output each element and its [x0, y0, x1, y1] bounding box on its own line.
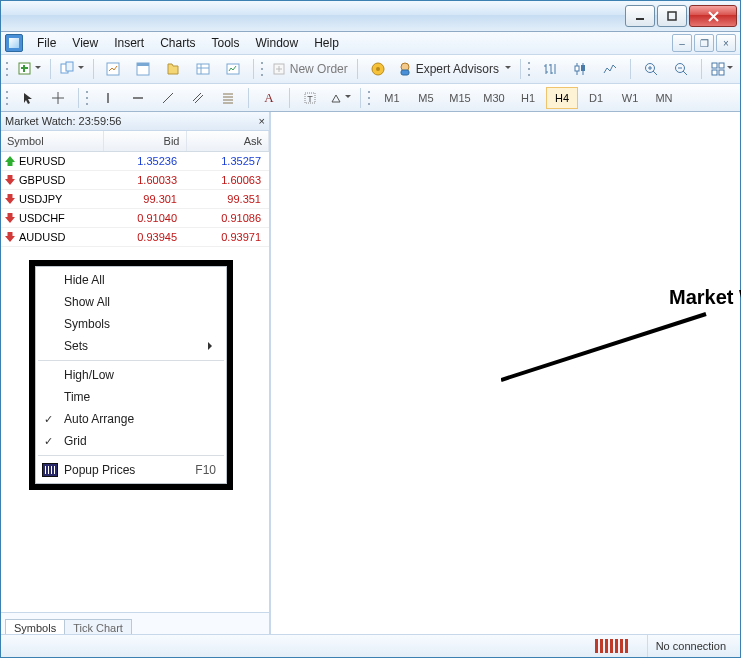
timeframe-m15[interactable]: M15 — [444, 87, 476, 109]
toolbar-drawing: A T M1 M5 M15 M30 H1 H4 D1 W1 MN — [1, 84, 740, 113]
shortcut-label: F10 — [195, 463, 216, 477]
market-watch-titlebar[interactable]: Market Watch: 23:59:56 × — [1, 112, 269, 131]
expert-advisors-button[interactable]: Expert Advisors — [394, 57, 514, 81]
ctx-popup-prices[interactable]: Popup PricesF10 — [36, 459, 226, 481]
timeframe-w1[interactable]: W1 — [614, 87, 646, 109]
toolbar-grip-icon — [5, 88, 10, 108]
svg-rect-16 — [581, 65, 585, 71]
terminal-button[interactable] — [189, 57, 217, 81]
market-watch-row[interactable]: AUDUSD0.939450.93971 — [1, 228, 269, 247]
cursor-button[interactable] — [14, 86, 42, 110]
ctx-show-all[interactable]: Show All — [36, 291, 226, 313]
profiles-button[interactable] — [57, 57, 87, 81]
channel-button[interactable] — [184, 86, 212, 110]
timeframe-d1[interactable]: D1 — [580, 87, 612, 109]
popup-prices-icon — [42, 463, 58, 477]
bid-price: 0.93945 — [101, 231, 185, 243]
svg-rect-15 — [575, 66, 579, 71]
market-watch-row[interactable]: USDCHF0.910400.91086 — [1, 209, 269, 228]
zoom-in-button[interactable] — [637, 57, 665, 81]
symbol-name: GBPUSD — [19, 174, 65, 186]
svg-line-25 — [501, 314, 706, 380]
ask-price: 0.91086 — [185, 212, 269, 224]
window-close-button[interactable] — [689, 5, 737, 27]
svg-rect-9 — [227, 64, 239, 74]
mdi-controls: – ❐ × — [670, 34, 740, 52]
menu-view[interactable]: View — [64, 33, 106, 53]
chart-area[interactable]: Market Watch Options — [271, 112, 740, 635]
timeframe-h1[interactable]: H1 — [512, 87, 544, 109]
svg-rect-14 — [401, 70, 409, 75]
arrow-down-icon — [5, 232, 15, 242]
timeframe-m5[interactable]: M5 — [410, 87, 442, 109]
window-maximize-button[interactable] — [657, 5, 687, 27]
menu-file[interactable]: File — [29, 33, 64, 53]
menu-window[interactable]: Window — [248, 33, 307, 53]
bar-chart-button[interactable] — [536, 57, 564, 81]
arrow-down-icon — [5, 213, 15, 223]
toolbar-grip-icon — [85, 88, 90, 108]
toolbar-main: New Order Expert Advisors — [1, 55, 740, 84]
ctx-auto-arrange[interactable]: ✓Auto Arrange — [36, 408, 226, 430]
navigator-button[interactable] — [159, 57, 187, 81]
shapes-button[interactable] — [326, 86, 354, 110]
check-icon: ✓ — [44, 435, 53, 448]
menu-insert[interactable]: Insert — [106, 33, 152, 53]
connection-bars-icon — [595, 639, 629, 653]
ctx-time[interactable]: Time — [36, 386, 226, 408]
menu-tools[interactable]: Tools — [204, 33, 248, 53]
bid-price: 1.35236 — [101, 155, 185, 167]
mdi-minimize-button[interactable]: – — [672, 34, 692, 52]
ctx-grid[interactable]: ✓Grid — [36, 430, 226, 452]
svg-rect-7 — [137, 63, 149, 66]
tile-windows-button[interactable] — [708, 57, 736, 81]
timeframe-m1[interactable]: M1 — [376, 87, 408, 109]
symbol-name: USDCHF — [19, 212, 65, 224]
window-minimize-button[interactable] — [625, 5, 655, 27]
ctx-sets[interactable]: Sets — [36, 335, 226, 357]
market-watch-tabs: Symbols Tick Chart — [1, 612, 269, 635]
new-order-button[interactable]: New Order — [269, 57, 350, 81]
timeframe-mn[interactable]: MN — [648, 87, 680, 109]
timeframe-h4[interactable]: H4 — [546, 87, 578, 109]
ctx-separator — [38, 455, 224, 456]
window-titlebar — [1, 1, 740, 32]
text-label-button[interactable]: A — [255, 86, 283, 110]
menu-help[interactable]: Help — [306, 33, 347, 53]
market-watch-close-icon[interactable]: × — [259, 115, 265, 127]
col-ask[interactable]: Ask — [187, 131, 270, 151]
mdi-restore-button[interactable]: ❐ — [694, 34, 714, 52]
autotrading-button[interactable] — [364, 57, 392, 81]
svg-rect-8 — [197, 64, 209, 74]
strategy-tester-button[interactable] — [219, 57, 247, 81]
ctx-high-low[interactable]: High/Low — [36, 364, 226, 386]
market-watch-row[interactable]: GBPUSD1.600331.60063 — [1, 171, 269, 190]
text-tool-button[interactable]: T — [296, 86, 324, 110]
menu-charts[interactable]: Charts — [152, 33, 203, 53]
horizontal-line-button[interactable] — [124, 86, 152, 110]
line-chart-button[interactable] — [596, 57, 624, 81]
candlestick-chart-button[interactable] — [566, 57, 594, 81]
vertical-line-button[interactable] — [94, 86, 122, 110]
svg-rect-4 — [66, 62, 73, 71]
zoom-out-button[interactable] — [667, 57, 695, 81]
data-window-button[interactable] — [129, 57, 157, 81]
col-bid[interactable]: Bid — [104, 131, 187, 151]
market-watch-row[interactable]: EURUSD1.352361.35257 — [1, 152, 269, 171]
ctx-symbols[interactable]: Symbols — [36, 313, 226, 335]
market-watch-toggle-button[interactable] — [99, 57, 127, 81]
timeframe-m30[interactable]: M30 — [478, 87, 510, 109]
market-watch-row[interactable]: USDJPY99.30199.351 — [1, 190, 269, 209]
new-chart-button[interactable] — [14, 57, 44, 81]
mdi-close-button[interactable]: × — [716, 34, 736, 52]
col-symbol[interactable]: Symbol — [1, 131, 104, 151]
menu-bar: File View Insert Charts Tools Window Hel… — [1, 32, 740, 55]
crosshair-button[interactable] — [44, 86, 72, 110]
svg-rect-0 — [636, 18, 644, 20]
svg-text:T: T — [307, 94, 313, 104]
fibonacci-button[interactable] — [214, 86, 242, 110]
trendline-button[interactable] — [154, 86, 182, 110]
ctx-hide-all[interactable]: Hide All — [36, 269, 226, 291]
svg-rect-20 — [719, 63, 724, 68]
submenu-arrow-icon — [208, 342, 216, 350]
